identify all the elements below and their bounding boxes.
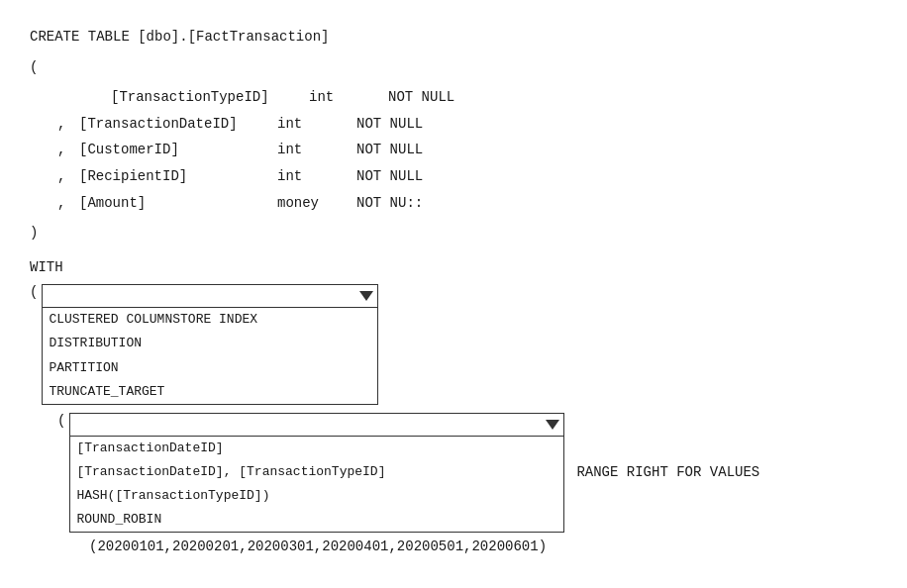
col-type-3: int (277, 137, 356, 163)
close-paren: ) (30, 220, 38, 246)
distribution-dropdown-options: CLUSTERED COLUMNSTORE INDEX DISTRIBUTION… (43, 307, 377, 403)
dropdown2-section: ( [TransactionDateID] [TransactionDateID… (57, 413, 877, 533)
option-clustered-columnstore[interactable]: CLUSTERED COLUMNSTORE INDEX (43, 308, 377, 332)
with-keyword-line: WITH (30, 254, 877, 281)
option-transaction-date-type[interactable]: [TransactionDateID], [TransactionTypeID] (70, 460, 563, 484)
col-type-2: int (277, 111, 356, 138)
col-type-5: money (277, 190, 356, 217)
col-nullable-3: NOT NULL (356, 137, 423, 163)
option-partition[interactable]: PARTITION (43, 356, 377, 380)
create-table-line: CREATE TABLE [dbo].[FactTransaction] (30, 24, 877, 50)
create-table-text: CREATE TABLE [dbo].[FactTransaction] (30, 24, 329, 50)
column-row-1: [TransactionTypeID] int NOT NULL (30, 84, 877, 111)
column-row-3: , [CustomerID] int NOT NULL (30, 137, 877, 163)
distribution-dropdown-arrow (359, 291, 373, 301)
comma-2: , (57, 111, 79, 138)
column-row-4: , [RecipientID] int NOT NULL (30, 163, 877, 190)
distribution-dropdown-header[interactable] (43, 285, 377, 307)
column-row-2: , [TransactionDateID] int NOT NULL (30, 111, 877, 138)
comma-5: , (57, 190, 79, 217)
open-paren: ( (30, 54, 38, 81)
column-row-5: , [Amount] money NOT NU:: (30, 190, 877, 217)
distribution-dropdown[interactable]: CLUSTERED COLUMNSTORE INDEX DISTRIBUTION… (42, 284, 378, 404)
col-nullable-2: NOT NULL (356, 111, 423, 138)
partition-dropdown-options: [TransactionDateID] [TransactionDateID],… (70, 436, 563, 532)
option-transaction-date[interactable]: [TransactionDateID] (70, 437, 563, 460)
values-text: (20200101,20200201,20200301,20200401,202… (89, 539, 547, 554)
comma-3: , (57, 137, 79, 163)
col-name-3: [CustomerID] (79, 137, 277, 163)
comma-4: , (57, 163, 79, 190)
values-line: (20200101,20200201,20200301,20200401,202… (89, 539, 877, 554)
range-right-text: RANGE RIGHT FOR VALUES (576, 464, 759, 480)
col-name-2: [TransactionDateID] (79, 111, 277, 138)
col-name-1: [TransactionTypeID] (111, 84, 309, 111)
partition-dropdown[interactable]: [TransactionDateID] [TransactionDateID],… (69, 413, 564, 533)
option-distribution[interactable]: DISTRIBUTION (43, 332, 377, 355)
dropdown1-section: ( CLUSTERED COLUMNSTORE INDEX DISTRIBUTI… (30, 284, 877, 404)
open-paren-partition: ( (57, 413, 65, 429)
col-name-4: [RecipientID] (79, 163, 277, 190)
partition-dropdown-arrow (546, 420, 559, 430)
partition-dropdown-header[interactable] (70, 414, 563, 436)
col-name-5: [Amount] (79, 190, 277, 217)
col-nullable-1: NOT NULL (388, 84, 454, 111)
option-round-robin[interactable]: ROUND_ROBIN (70, 508, 563, 532)
col-type-1: int (309, 84, 388, 111)
option-truncate-target[interactable]: TRUNCATE_TARGET (43, 380, 377, 404)
sql-editor: CREATE TABLE [dbo].[FactTransaction] ( [… (30, 24, 877, 554)
with-keyword: WITH (30, 254, 63, 281)
open-paren-line: ( (30, 54, 877, 81)
open-paren-with: ( (30, 284, 38, 300)
col-type-4: int (277, 163, 356, 190)
option-hash-transaction-type[interactable]: HASH([TransactionTypeID]) (70, 484, 563, 508)
col-nullable-4: NOT NULL (356, 163, 423, 190)
col-nullable-5: NOT NU:: (356, 190, 423, 217)
close-paren-line: ) (30, 220, 877, 246)
columns-list: [TransactionTypeID] int NOT NULL , [Tran… (30, 84, 877, 216)
